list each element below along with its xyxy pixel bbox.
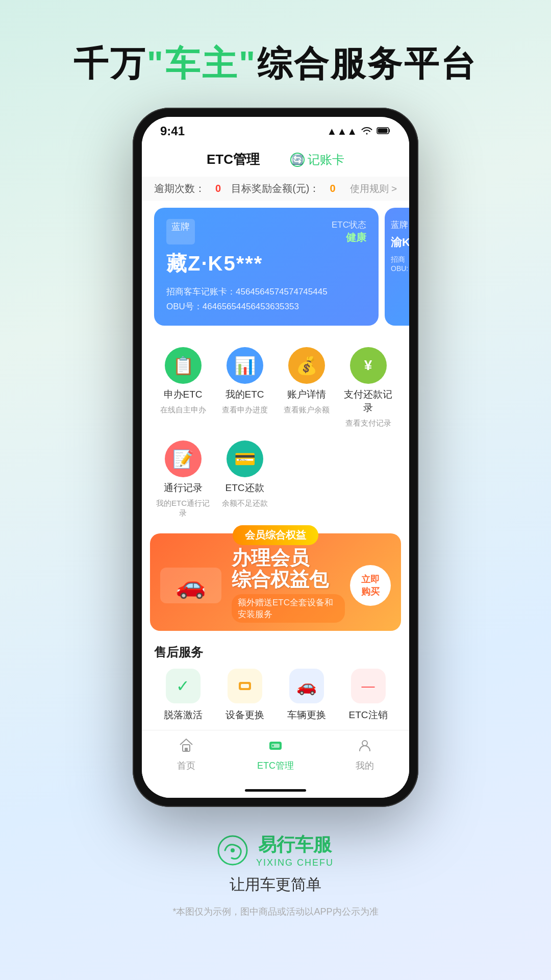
- payment-record-label: 支付还款记录: [340, 388, 396, 414]
- after-item-device-replace[interactable]: 设备更换: [214, 669, 276, 722]
- etc-nav-icon: [268, 738, 283, 756]
- svg-point-8: [272, 745, 274, 747]
- phone-screen: 9:41 ▲▲▲: [142, 117, 409, 798]
- device-replace-icon: [228, 669, 262, 703]
- cards-scroll: 蓝牌 ETC状态 健康 藏Z·K5*** 招商客车记账卡：45645645745…: [142, 201, 409, 333]
- apply-etc-label: 申办ETC: [164, 388, 203, 401]
- payment-record-sub: 查看支付记录: [345, 419, 391, 428]
- home-indicator-area: [142, 782, 409, 798]
- card-plate: 藏Z·K5***: [166, 250, 366, 278]
- banner-subtitle: 额外赠送ETC全套设备和安装服务: [232, 594, 345, 623]
- reward-value: 0: [330, 183, 335, 194]
- overdue-label: 逾期次数：: [154, 182, 205, 195]
- account-card-icon: 🔄: [290, 153, 305, 167]
- account-detail-icon: 💰: [288, 347, 325, 384]
- card-partial-type: 蓝牌: [391, 219, 409, 231]
- account-card-label: 记账卡: [308, 152, 344, 168]
- profile-label: 我的: [356, 760, 374, 772]
- svg-rect-5: [185, 748, 188, 751]
- top-nav: ETC管理 🔄 记账卡: [142, 142, 409, 177]
- etc-repay-sub: 余额不足还款: [222, 499, 268, 508]
- svg-rect-1: [378, 128, 388, 133]
- home-icon: [179, 738, 194, 756]
- svg-point-11: [231, 848, 235, 852]
- app-content: ETC管理 🔄 记账卡 逾期次数： 0 目标奖励金额(元)： 0 使用规则 >: [142, 142, 409, 798]
- brand-disclaimer: *本图仅为示例，图中商品或活动以APP内公示为准: [20, 905, 531, 918]
- after-sales-title: 售后服务: [142, 636, 409, 665]
- nav-etc-management[interactable]: ETC管理: [207, 151, 260, 168]
- icon-traffic-record[interactable]: 📝 通行记录 我的ETC通行记录: [152, 434, 214, 524]
- status-icons: ▲▲▲: [327, 126, 391, 137]
- traffic-record-sub: 我的ETC通行记录: [155, 499, 211, 518]
- account-detail-sub: 查看账户余额: [284, 405, 330, 415]
- banner-text: 办理会员综合权益包 额外赠送ETC全套设备和安装服务: [232, 548, 345, 623]
- my-etc-sub: 查看申办进度: [222, 405, 268, 415]
- banner-car-image: 🚗: [160, 568, 227, 603]
- account-detail-label: 账户详情: [287, 388, 326, 401]
- car-replace-label: 车辆更换: [287, 708, 326, 722]
- etc-card-1[interactable]: 蓝牌 ETC状态 健康 藏Z·K5*** 招商客车记账卡：45645645745…: [154, 208, 379, 326]
- status-bar: 9:41 ▲▲▲: [142, 117, 409, 142]
- signal-icon: ▲▲▲: [327, 126, 357, 137]
- icon-etc-repay[interactable]: 💳 ETC还款 余额不足还款: [214, 434, 276, 524]
- after-item-cancel[interactable]: — ETC注销: [337, 669, 399, 722]
- reward-label: 目标奖励金额(元)：: [231, 182, 319, 195]
- apply-etc-icon: 📋: [165, 347, 202, 384]
- hero-title: 千万"车主"综合服务平台: [0, 0, 551, 108]
- member-banner[interactable]: 会员综合权益 🚗 办理会员综合权益包 额外赠送ETC全套设备和安装服务 立即购买: [150, 533, 401, 631]
- icon-my-etc[interactable]: 📊 我的ETC 查看申办进度: [214, 341, 276, 434]
- traffic-record-label: 通行记录: [164, 481, 203, 495]
- brand-name-latin: YIXING CHEFU: [256, 857, 334, 868]
- bottom-nav-home[interactable]: 首页: [142, 738, 231, 772]
- wifi-icon: [361, 126, 372, 137]
- reactivate-label: 脱落激活: [164, 708, 203, 722]
- phone-mockup: 9:41 ▲▲▲: [133, 108, 418, 807]
- brand-section: 易行车服 YIXING CHEFU 让用车更简单 *本图仅为示例，图中商品或活动…: [0, 807, 551, 928]
- bottom-nav: 首页 ETC管理: [142, 730, 409, 782]
- car-replace-icon: 🚗: [289, 669, 324, 703]
- home-indicator: [245, 789, 306, 792]
- buy-now-button[interactable]: 立即购买: [350, 565, 391, 606]
- cancel-icon: —: [351, 669, 386, 703]
- traffic-record-icon: 📝: [165, 440, 202, 477]
- info-bar: 逾期次数： 0 目标奖励金额(元)： 0 使用规则 >: [142, 177, 409, 201]
- after-item-reactivate[interactable]: ✓ 脱落激活: [152, 669, 214, 722]
- battery-icon: [377, 126, 391, 137]
- my-etc-icon: 📊: [227, 347, 263, 384]
- etc-repay-label: ETC还款: [226, 481, 264, 495]
- brand-logo: 易行车服 YIXING CHEFU: [20, 832, 531, 868]
- svg-rect-3: [241, 684, 249, 688]
- hero-suffix: 综合服务平台: [257, 44, 478, 83]
- icon-apply-etc[interactable]: 📋 申办ETC 在线自主申办: [152, 341, 214, 434]
- bottom-nav-profile[interactable]: 我的: [320, 738, 409, 772]
- banner-title: 办理会员综合权益包: [232, 548, 345, 591]
- phone-frame: 9:41 ▲▲▲: [133, 108, 418, 807]
- icon-grid: 📋 申办ETC 在线自主申办 📊 我的ETC 查看申办进度 💰 账户详情 查看账…: [142, 333, 409, 528]
- nav-account-card[interactable]: 🔄 记账卡: [290, 152, 344, 168]
- status-time: 9:41: [160, 124, 185, 138]
- device-replace-label: 设备更换: [226, 708, 264, 722]
- icon-account-detail[interactable]: 💰 账户详情 查看账户余额: [276, 341, 337, 434]
- etc-card-2-partial[interactable]: 蓝牌 渝K 招商OBU:: [385, 208, 409, 326]
- icon-payment-record[interactable]: ¥ 支付还款记录 查看支付记录: [337, 341, 399, 434]
- etc-nav-label: ETC管理: [257, 760, 294, 772]
- brand-tagline: 让用车更简单: [20, 874, 531, 895]
- rule-link[interactable]: 使用规则 >: [350, 182, 397, 195]
- profile-icon: [357, 738, 372, 756]
- brand-name-cn: 易行车服: [256, 832, 334, 857]
- home-label: 首页: [177, 760, 195, 772]
- after-item-car-replace[interactable]: 🚗 车辆更换: [276, 669, 337, 722]
- hero-highlight: "车主": [147, 44, 257, 83]
- overdue-value: 0: [215, 183, 221, 194]
- cancel-label: ETC注销: [349, 708, 388, 722]
- banner-tag: 会员综合权益: [233, 525, 318, 545]
- card-partial-info: 招商OBU:: [391, 255, 409, 273]
- payment-record-icon: ¥: [350, 347, 387, 384]
- etc-repay-icon: 💳: [227, 440, 263, 477]
- apply-etc-sub: 在线自主申办: [160, 405, 206, 415]
- buy-now-label: 立即购买: [361, 573, 380, 598]
- svg-point-9: [362, 741, 367, 746]
- my-etc-label: 我的ETC: [226, 388, 264, 401]
- hero-prefix: 千万: [73, 44, 147, 83]
- bottom-nav-etc[interactable]: ETC管理: [231, 738, 320, 772]
